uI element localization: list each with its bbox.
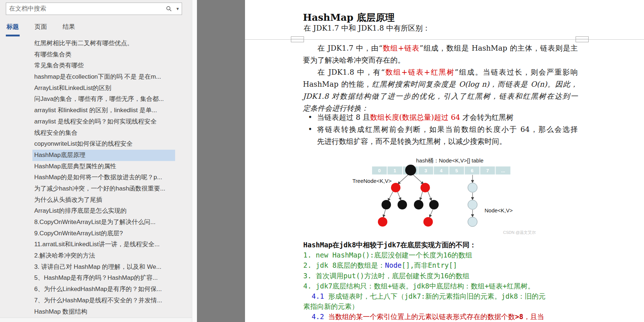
svg-text:4: 4 (440, 168, 443, 173)
text-line[interactable]: 将链表转换成红黑树前会判断，如果当前数组的长度小于 64，那么会选择 (317, 123, 578, 136)
text-segment: HashMap 的性能， (303, 80, 372, 89)
paragraph-jdk18[interactable]: 在 JDK1.8 中，有“数组+链表+红黑树”组成。当链表过长，则会严重影响Ha… (303, 66, 578, 114)
nav-heading-item[interactable]: 为了减少hash冲突，一个好的hash函数很重要... (0, 183, 192, 195)
text-segment: 先进行数组扩容，而不是转换为红黑树，以减少搜索时间。 (317, 137, 506, 146)
tab-results[interactable]: 结果 (62, 23, 76, 36)
nav-heading-item[interactable]: 11.arratLsit和LinkedList讲一讲，是线程安全... (0, 239, 192, 250)
text-segment: 素指向新的元素） (303, 302, 359, 310)
svg-text:...: ... (501, 168, 505, 173)
nav-heading-item[interactable]: arraylist 是线程安全的吗？如何实现线程安全 (0, 116, 192, 127)
black-tree-node (405, 165, 416, 176)
nav-heading-item[interactable]: 6、为什么LinkedHashMap是有序的？如何保... (0, 284, 192, 295)
text-segment: 4. jdk7底层结构只：数组+链表。jdk8中底层结构：数组+链表+红黑树。 (303, 282, 534, 290)
nav-heading-item[interactable]: 红黑树相比平衡二叉树有哪些优点。 (0, 38, 192, 49)
text-segment: 要为了解决哈希冲突而存在的。 (303, 56, 405, 64)
bullet-marker: • (303, 111, 317, 123)
nav-heading-item[interactable]: 常见集合类有哪些 (0, 60, 192, 71)
text-segment: 形成链表时，七上八下（jdk7:新的元素指向旧的元素。jdk8：旧的元 (328, 292, 546, 300)
text-segment: 3. 首次调用put()方法时，底层创建长度为16的数组 (303, 272, 469, 280)
black-tree-node (414, 200, 423, 209)
text-segment: 红黑树搜索时间复杂度是 O(log n)，而链表是 O(n)。因此， (372, 80, 578, 89)
text-line[interactable]: 在 JDK1.7 中，由“数组+链表”组成，数组是 HashMap 的主体，链表… (303, 42, 578, 54)
code-line[interactable]: 3. 首次调用put()方法时，底层创建长度为16的数组 (303, 271, 546, 281)
bullet-marker: • (303, 123, 317, 148)
nav-heading-item[interactable]: 有哪些集合类 (0, 49, 192, 60)
text-segment: 1. new HashMap():底层没创建一个长度为16的数组 (303, 251, 472, 259)
node-label: Node<K,V> (485, 207, 513, 213)
text-segment: 才会转为红黑树 (462, 113, 513, 122)
code-line[interactable]: 2. jdk 8底层的数组是：Node[],而非Entry[] (303, 260, 546, 270)
search-icon[interactable] (164, 3, 174, 15)
nav-heading-item[interactable]: 7、为什么HashMap是线程不安全的？并发情... (0, 295, 192, 306)
page-break-marker[interactable] (576, 36, 589, 42)
linked-list-node (468, 200, 477, 209)
nav-heading-item[interactable]: HashMap 数据结构 (0, 306, 192, 318)
text-line[interactable]: HashMap 的性能，红黑树搜索时间复杂度是 O(log n)，而链表是 O(… (303, 78, 578, 90)
chevron-down-icon[interactable]: ▼ (174, 3, 182, 15)
nav-heading-item[interactable]: 8.CopyOnWriteArrayList是为了解决什么问... (0, 217, 192, 228)
code-line[interactable]: 素指向新的元素） (303, 301, 546, 311)
navigation-pane: ▼ 标题页面结果 红黑树相比平衡二叉树有哪些优点。有哪些集合类常见集合类有哪些h… (0, 0, 192, 322)
bullet-item[interactable]: •当链表超过 8 且数组长度(数据总量)超过 64 才会转为红黑树 (303, 111, 578, 123)
svg-text:0: 0 (378, 168, 381, 173)
nav-heading-item[interactable]: 为什么从头插改为了尾插 (0, 195, 192, 206)
nav-heading-item[interactable]: copyonwriteList如何保证的线程安全 (0, 138, 192, 150)
text-line[interactable]: JDK1.8 对数据结构做了进一步的优化，引入了红黑树，链表和红黑树在达到一 (303, 90, 578, 102)
code-block[interactable]: HashMap在jdk8中相较于jdk7在底层实现方面的不同：1. new Ha… (303, 240, 546, 322)
sidebar-horizontal-scrollbar[interactable] (0, 318, 192, 322)
nav-heading-item[interactable]: arraylist 和linkedlist 的区别，linkedlist 是单.… (0, 105, 192, 116)
nav-heading-item[interactable]: 2.解决哈希冲突的方法 (0, 250, 192, 262)
watermark: CSDN @温文艾尔 (503, 230, 536, 235)
text-line[interactable]: 当链表超过 8 且数组长度(数据总量)超过 64 才会转为红黑树 (317, 111, 578, 123)
linked-list-node (468, 217, 477, 227)
nav-heading-item[interactable]: HashMap底层原理 (32, 150, 175, 161)
text-line[interactable]: 在 JDK1.8 中，有“数组+链表+红黑树”组成。当链表过长，则会严重影响 (303, 66, 578, 78)
text-segment: [],而非Entry[] (402, 261, 457, 269)
treenode-label: TreeNode<K,V> (352, 178, 392, 184)
code-line[interactable]: 1. new HashMap():底层没创建一个长度为16的数组 (303, 250, 546, 260)
svg-text:1: 1 (394, 168, 396, 173)
search-input[interactable] (6, 5, 164, 12)
search-box: ▼ (6, 3, 182, 15)
nav-heading-list: 红黑树相比平衡二叉树有哪些优点。有哪些集合类常见集合类有哪些hashmap是在c… (0, 38, 192, 317)
nav-heading-item[interactable]: ArrayList的排序底层是怎么实现的 (0, 205, 192, 217)
text-line[interactable]: 先进行数组扩容，而不是转换为红黑树，以减少搜索时间。 (317, 136, 578, 148)
nav-heading-item[interactable]: hashmap是在collection下面的吗 不是 是在m... (0, 71, 192, 83)
red-tree-node (420, 183, 430, 192)
nav-heading-item[interactable]: 9.CopyOnWriteArrayList的底层? (0, 228, 192, 239)
intro-line[interactable]: 在 JDK1.7 中和 JDK1.8 中有所区别： (304, 23, 430, 33)
text-segment: 2. jdk 8底层的数组是： (303, 261, 385, 269)
code-line[interactable]: 4.2 当数组的某一个索引位置上的元素以链表形式存在的数据个数>8，且当 (303, 311, 546, 322)
nav-heading-item[interactable]: ArrayList和LinkedList的区别 (0, 83, 192, 94)
nav-heading-item[interactable]: HashMap的是如何将一个数据放进去的呢？p... (0, 172, 192, 183)
text-segment: 数组+链表+红黑树 (385, 68, 455, 76)
linked-list-node (468, 183, 477, 192)
nav-heading-item[interactable]: 5、HashMap是有序的吗？HashMap的扩容... (0, 272, 192, 284)
red-tree-node (423, 217, 433, 227)
sidebar-scrollbar[interactable] (192, 0, 197, 322)
bullet-item[interactable]: •将链表转换成红黑树前会判断，如果当前数组的长度小于 64，那么会选择先进行数组… (303, 123, 578, 148)
page-break-marker[interactable] (291, 36, 304, 42)
bullet-text[interactable]: 当链表超过 8 且数组长度(数据总量)超过 64 才会转为红黑树 (317, 111, 578, 123)
nav-heading-item[interactable]: 3. 讲讲自己对 HashMap 的理解，以及和 We... (0, 262, 192, 273)
bullet-list[interactable]: •当链表超过 8 且数组长度(数据总量)超过 64 才会转为红黑树•将链表转换成… (303, 111, 578, 148)
text-segment: 当数组的某一个索引位置上的元素以链表形式存在的数据个数 (328, 313, 515, 321)
text-segment: 在 JDK1.8 中，有“ (317, 68, 385, 76)
text-segment: 将链表转换成红黑树前会判断，如果当前数组的长度小于 64，那么会选择 (317, 125, 578, 134)
document-title[interactable]: HashMap 底层原理 (303, 11, 395, 24)
tab-pages[interactable]: 页面 (34, 23, 48, 36)
nav-heading-item[interactable]: HashMap底层典型属性的属性 (0, 161, 192, 172)
nav-tabs: 标题页面结果 (6, 23, 90, 36)
code-line[interactable]: 4.1 形成链表时，七上八下（jdk7:新的元素指向旧的元素。jdk8：旧的元 (303, 291, 546, 301)
app-window: ▼ 标题页面结果 红黑树相比平衡二叉树有哪些优点。有哪些集合类常见集合类有哪些h… (0, 0, 644, 322)
paragraph-jdk17[interactable]: 在 JDK1.7 中，由“数组+链表”组成，数组是 HashMap 的主体，链表… (303, 42, 578, 66)
nav-heading-item[interactable]: 线程安全的集合 (0, 127, 192, 139)
code-line[interactable]: 4. jdk7底层结构只：数组+链表。jdk8中底层结构：数组+链表+红黑树。 (303, 281, 546, 291)
hash-bucket-label: hash桶：Node<K,V>[] table (416, 157, 483, 164)
text-segment: Node (385, 261, 402, 269)
nav-heading-item[interactable]: 问Java的集合，哪些有序，哪些无序，集合都... (0, 94, 192, 105)
text-line[interactable]: 要为了解决哈希冲突而存在的。 (303, 54, 578, 66)
bullet-text[interactable]: 将链表转换成红黑树前会判断，如果当前数组的长度小于 64，那么会选择先进行数组扩… (317, 123, 578, 148)
tab-headings[interactable]: 标题 (6, 23, 20, 36)
code-line[interactable]: HashMap在jdk8中相较于jdk7在底层实现方面的不同： (303, 240, 546, 250)
